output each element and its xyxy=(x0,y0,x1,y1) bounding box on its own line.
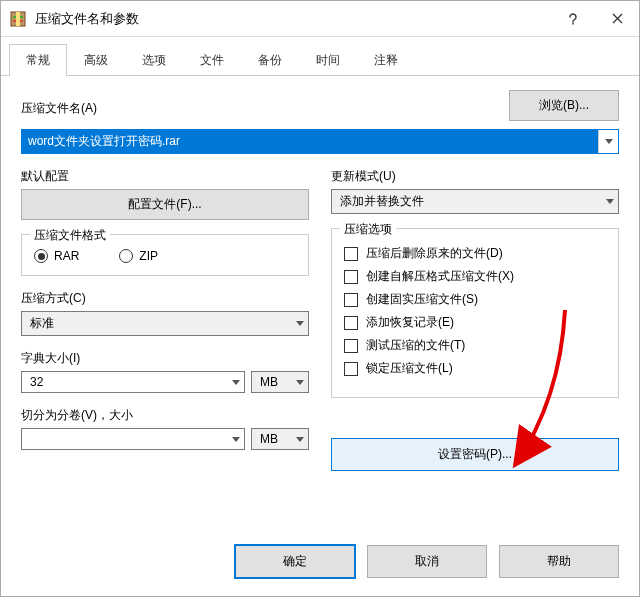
app-icon xyxy=(9,10,27,28)
method-select[interactable]: 标准 xyxy=(21,311,309,336)
tab-options[interactable]: 选项 xyxy=(125,44,183,76)
radio-icon xyxy=(119,249,133,263)
window-title: 压缩文件名和参数 xyxy=(35,10,551,28)
cancel-button[interactable]: 取消 xyxy=(367,545,487,578)
format-group: 压缩文件格式 RAR ZIP xyxy=(21,234,309,276)
svg-rect-3 xyxy=(16,12,20,26)
options-group: 压缩选项 压缩后删除原来的文件(D) 创建自解压格式压缩文件(X) 创建固实压缩… xyxy=(331,228,619,398)
update-label: 更新模式(U) xyxy=(331,168,619,185)
filename-value[interactable]: word文件夹设置打开密码.rar xyxy=(22,130,598,153)
dict-value: 32 xyxy=(30,375,43,389)
check-label: 创建固实压缩文件(S) xyxy=(366,291,478,308)
tab-general[interactable]: 常规 xyxy=(9,44,67,76)
check-lock[interactable]: 锁定压缩文件(L) xyxy=(344,360,606,377)
update-mode-select[interactable]: 添加并替换文件 xyxy=(331,189,619,214)
update-value: 添加并替换文件 xyxy=(340,193,424,210)
checkbox-icon xyxy=(344,270,358,284)
check-solid[interactable]: 创建固实压缩文件(S) xyxy=(344,291,606,308)
check-test[interactable]: 测试压缩的文件(T) xyxy=(344,337,606,354)
check-delete-after[interactable]: 压缩后删除原来的文件(D) xyxy=(344,245,606,262)
split-unit: MB xyxy=(260,432,278,446)
dict-unit: MB xyxy=(260,375,278,389)
tab-advanced[interactable]: 高级 xyxy=(67,44,125,76)
dict-label: 字典大小(I) xyxy=(21,350,309,367)
dialog-window: 压缩文件名和参数 常规 高级 选项 文件 备份 时间 注释 压缩文件名(A) 浏… xyxy=(0,0,640,597)
browse-button[interactable]: 浏览(B)... xyxy=(509,90,619,121)
check-label: 锁定压缩文件(L) xyxy=(366,360,453,377)
radio-rar[interactable]: RAR xyxy=(34,249,79,263)
split-label: 切分为分卷(V)，大小 xyxy=(21,407,309,424)
split-unit-select[interactable]: MB xyxy=(251,428,309,450)
chevron-down-icon xyxy=(606,199,614,204)
check-sfx[interactable]: 创建自解压格式压缩文件(X) xyxy=(344,268,606,285)
filename-label: 压缩文件名(A) xyxy=(21,100,497,117)
tab-time[interactable]: 时间 xyxy=(299,44,357,76)
profile-button[interactable]: 配置文件(F)... xyxy=(21,189,309,220)
filename-input[interactable]: word文件夹设置打开密码.rar xyxy=(21,129,619,154)
method-value: 标准 xyxy=(30,315,54,332)
radio-icon xyxy=(34,249,48,263)
check-label: 测试压缩的文件(T) xyxy=(366,337,465,354)
close-button[interactable] xyxy=(595,1,639,37)
check-label: 压缩后删除原来的文件(D) xyxy=(366,245,503,262)
method-label: 压缩方式(C) xyxy=(21,290,309,307)
titlebar: 压缩文件名和参数 xyxy=(1,1,639,37)
tab-backup[interactable]: 备份 xyxy=(241,44,299,76)
filename-dropdown-icon[interactable] xyxy=(598,130,618,153)
format-legend: 压缩文件格式 xyxy=(30,227,110,244)
checkbox-icon xyxy=(344,316,358,330)
footer: 确定 取消 帮助 xyxy=(1,531,639,596)
tab-comment[interactable]: 注释 xyxy=(357,44,415,76)
options-legend: 压缩选项 xyxy=(340,221,396,238)
check-recovery[interactable]: 添加恢复记录(E) xyxy=(344,314,606,331)
checkbox-icon xyxy=(344,293,358,307)
checkbox-icon xyxy=(344,247,358,261)
chevron-down-icon xyxy=(232,437,240,442)
help-button-footer[interactable]: 帮助 xyxy=(499,545,619,578)
tab-files[interactable]: 文件 xyxy=(183,44,241,76)
checkbox-icon xyxy=(344,339,358,353)
checkbox-icon xyxy=(344,362,358,376)
chevron-down-icon xyxy=(296,380,304,385)
radio-rar-label: RAR xyxy=(54,249,79,263)
dict-size-select[interactable]: 32 xyxy=(21,371,245,393)
tabs: 常规 高级 选项 文件 备份 时间 注释 xyxy=(1,37,639,76)
ok-button[interactable]: 确定 xyxy=(235,545,355,578)
chevron-down-icon xyxy=(296,437,304,442)
radio-zip[interactable]: ZIP xyxy=(119,249,158,263)
profile-label: 默认配置 xyxy=(21,168,309,185)
check-label: 创建自解压格式压缩文件(X) xyxy=(366,268,514,285)
dict-unit-select[interactable]: MB xyxy=(251,371,309,393)
radio-zip-label: ZIP xyxy=(139,249,158,263)
chevron-down-icon xyxy=(296,321,304,326)
help-button[interactable] xyxy=(551,1,595,37)
set-password-button[interactable]: 设置密码(P)... xyxy=(331,438,619,471)
content-area: 压缩文件名(A) 浏览(B)... word文件夹设置打开密码.rar 默认配置… xyxy=(1,76,639,531)
chevron-down-icon xyxy=(232,380,240,385)
check-label: 添加恢复记录(E) xyxy=(366,314,454,331)
split-size-select[interactable] xyxy=(21,428,245,450)
